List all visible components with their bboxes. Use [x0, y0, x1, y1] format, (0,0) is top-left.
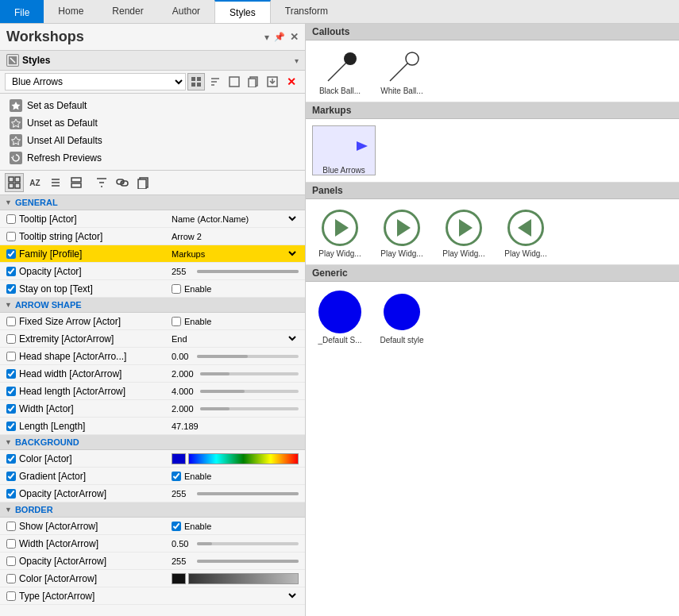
fixed-size-enable-label: Enable — [184, 317, 211, 326]
length-value: 47.189 — [172, 422, 199, 431]
opacity-actor-checkbox[interactable] — [6, 267, 16, 276]
tab-styles[interactable]: Styles — [214, 0, 271, 23]
play-widget-3[interactable]: Play Widg... — [436, 206, 492, 258]
refresh-icon — [10, 152, 22, 164]
grid-tool-btn[interactable] — [5, 173, 24, 192]
stay-on-top-enable-checkbox[interactable] — [172, 284, 181, 294]
tab-home[interactable]: Home — [44, 0, 98, 23]
family-dropdown[interactable]: ▾ — [287, 248, 299, 259]
family-checkbox[interactable] — [6, 249, 16, 259]
border-opacity-checkbox[interactable] — [6, 556, 16, 566]
default-style-item[interactable]: Default style — [374, 288, 430, 345]
play-widget-2[interactable]: Play Widg... — [374, 206, 430, 258]
close-icon[interactable]: ✕ — [290, 31, 299, 43]
style-dropdown[interactable]: Blue Arrows — [5, 73, 186, 90]
prop-border-type: Type [ActorArrow] ▾ — [0, 587, 305, 605]
refresh-previews-item[interactable]: Refresh Previews — [0, 149, 305, 167]
tab-file[interactable]: File — [0, 0, 44, 23]
head-length-checkbox[interactable] — [6, 387, 16, 396]
styles-label: Styles — [22, 55, 291, 66]
color-gradient-bar[interactable] — [188, 453, 299, 464]
head-length-slider[interactable] — [200, 390, 299, 393]
white-ball-item[interactable]: White Ball... — [374, 47, 430, 95]
default-style-label: Default style — [380, 336, 423, 345]
width-actor-checkbox[interactable] — [6, 404, 16, 414]
copy-tool-btn[interactable] — [133, 173, 152, 192]
border-type-checkbox[interactable] — [6, 591, 16, 601]
border-type-label: Type [ActorArrow] — [19, 591, 95, 602]
head-width-checkbox[interactable] — [6, 369, 16, 379]
default-s-thumb — [316, 288, 364, 336]
head-width-slider[interactable] — [200, 372, 299, 375]
color-actor-checkbox[interactable] — [6, 454, 16, 464]
tab-author[interactable]: Author — [158, 0, 214, 23]
tooltip-string-value: Arrow 2 — [172, 232, 202, 241]
prop-border-color: Color [ActorArrow] — [0, 570, 305, 587]
tooltip-actor-checkbox[interactable] — [6, 214, 16, 224]
border-show-enable-checkbox[interactable] — [172, 522, 181, 531]
dropdown-icon[interactable]: ▾ — [264, 32, 269, 43]
border-opacity-value: 255 — [172, 556, 194, 566]
list-view-btn[interactable] — [46, 173, 65, 192]
tooltip-actor-dropdown[interactable]: ▾ — [287, 214, 299, 224]
grid-view-btn[interactable] — [187, 73, 205, 90]
general-section-header[interactable]: ▼ GENERAL — [0, 195, 305, 210]
stay-on-top-enable-label: Enable — [184, 284, 211, 294]
border-width-slider[interactable] — [197, 542, 299, 545]
default-s-item[interactable]: _Default S... — [312, 288, 368, 345]
border-show-label: Show [ActorArrow] — [19, 521, 98, 532]
tab-transform[interactable]: Transform — [271, 0, 342, 23]
gradient-enable-checkbox[interactable] — [172, 472, 181, 481]
unset-default-item[interactable]: Unset as Default — [0, 114, 305, 132]
opacity-actor-slider[interactable] — [197, 270, 299, 273]
expand-btn[interactable] — [67, 173, 86, 192]
extremity-dropdown[interactable]: ▾ — [287, 333, 299, 344]
svg-rect-24 — [71, 178, 81, 182]
tab-render[interactable]: Render — [98, 0, 157, 23]
border-opacity-slider[interactable] — [197, 560, 299, 563]
sort-btn[interactable] — [206, 73, 224, 90]
color-blue-swatch[interactable] — [172, 453, 186, 464]
head-shape-slider[interactable] — [197, 355, 299, 358]
export-btn[interactable] — [264, 73, 281, 90]
border-width-checkbox[interactable] — [6, 539, 16, 549]
stay-on-top-label: Stay on top [Text] — [19, 283, 93, 295]
markups-section-bar: Markups — [306, 102, 679, 119]
fixed-size-enable-checkbox[interactable] — [172, 317, 181, 326]
play-widget-1[interactable]: Play Widg... — [312, 206, 368, 258]
border-color-checkbox[interactable] — [6, 574, 16, 583]
play-widget-4[interactable]: Play Widg... — [498, 206, 554, 258]
opacity-actorarrow-checkbox[interactable] — [6, 489, 16, 499]
link-btn[interactable] — [113, 173, 132, 192]
blue-arrows-item[interactable]: Blue Arrows — [312, 125, 376, 175]
border-type-dropdown[interactable]: ▾ — [287, 591, 299, 601]
border-color-bar[interactable] — [188, 573, 299, 584]
border-show-checkbox[interactable] — [6, 522, 16, 531]
svg-rect-11 — [249, 79, 256, 87]
copy-btn[interactable] — [245, 73, 262, 90]
filter-btn[interactable] — [92, 173, 111, 192]
head-shape-checkbox[interactable] — [6, 352, 16, 361]
border-section-header[interactable]: ▼ BORDER — [0, 502, 305, 518]
length-checkbox[interactable] — [6, 422, 16, 431]
styles-expand-icon[interactable]: ▾ — [295, 56, 299, 65]
extremity-checkbox[interactable] — [6, 334, 16, 344]
border-color-swatch[interactable] — [172, 573, 186, 584]
play-widget-4-thumb — [502, 206, 550, 249]
new-btn[interactable] — [226, 73, 243, 90]
sort-az-btn[interactable]: AZ — [25, 173, 44, 192]
pin-icon[interactable]: 📌 — [274, 32, 285, 42]
stay-on-top-checkbox[interactable] — [6, 284, 16, 294]
delete-btn[interactable]: ✕ — [283, 73, 300, 90]
background-section-header[interactable]: ▼ BACKGROUND — [0, 435, 305, 450]
black-ball-item[interactable]: Black Ball... — [312, 47, 368, 95]
arrow-shape-section-header[interactable]: ▼ ARROW SHAPE — [0, 298, 305, 313]
width-actor-slider[interactable] — [200, 407, 299, 410]
set-default-item[interactable]: Set as Default — [0, 97, 305, 114]
fixed-size-checkbox[interactable] — [6, 317, 16, 326]
background-title: BACKGROUND — [15, 437, 79, 447]
unset-all-defaults-item[interactable]: Unset All Defaults — [0, 132, 305, 149]
tooltip-string-checkbox[interactable] — [6, 232, 16, 241]
gradient-actor-checkbox[interactable] — [6, 472, 16, 481]
opacity-actorarrow-slider[interactable] — [197, 492, 299, 495]
